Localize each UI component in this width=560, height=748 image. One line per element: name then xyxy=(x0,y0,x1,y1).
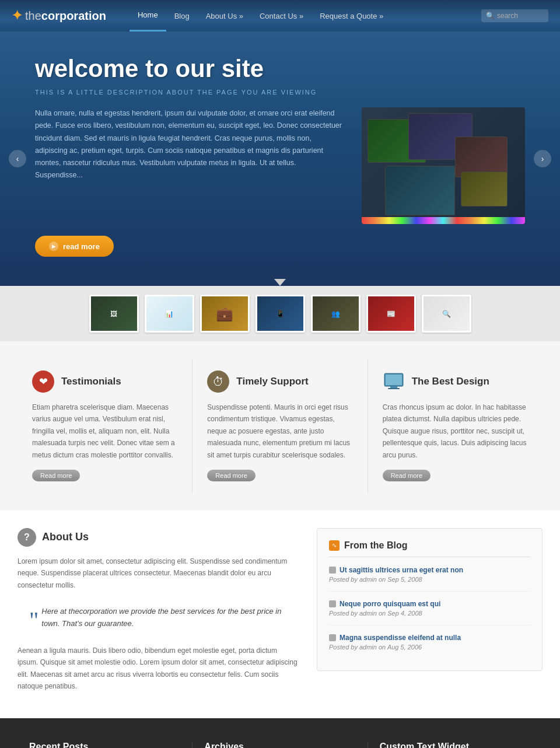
feature-testimonials-title: Testimonials xyxy=(61,376,121,387)
logo-text-corp: corporation xyxy=(41,9,106,23)
nav-about[interactable]: About Us » xyxy=(198,1,251,31)
blog-post-2: Neque porro quisquam est qui Posted by a… xyxy=(329,600,530,625)
thumb-inner-1: 🖼 xyxy=(91,296,137,331)
hero-title: welcome to our site xyxy=(35,55,525,83)
blog-post-1-meta: Posted by admin on Sep 5, 2008 xyxy=(329,576,530,583)
logo-text-the: the xyxy=(25,9,41,23)
about-us: ? About Us Lorem ipsum dolor sit amet, c… xyxy=(18,528,299,701)
nav-blog[interactable]: Blog xyxy=(166,1,198,31)
blog-post-1-title[interactable]: Ut sagittis ultrices urna eget erat non xyxy=(329,566,530,574)
footer-recent-title: Recent Posts xyxy=(29,742,180,748)
hero-section: ‹ welcome to our site This is a little d… xyxy=(0,32,560,286)
thumbnails-section: 🖼 📊 💼 📱 👥 📰 🔍 xyxy=(0,286,560,341)
thumb-inner-6: 📰 xyxy=(368,296,414,331)
search-box: 🔍 xyxy=(481,9,548,22)
blog-post-3-title[interactable]: Magna suspendisse eleifend at nulla xyxy=(329,634,530,642)
search-icon: 🔍 xyxy=(486,12,495,20)
thumbnail-3[interactable]: 💼 xyxy=(200,295,250,333)
blog-title: From the Blog xyxy=(344,540,407,551)
blog-header: ∿ From the Blog xyxy=(329,540,530,557)
feature-support: ⏱ Timely Support Suspendisse potenti. Ma… xyxy=(192,359,368,493)
hero-content: Nulla ornare, nulla et egestas hendrerit… xyxy=(35,107,525,224)
thumb-inner-5: 👥 xyxy=(313,296,359,331)
blog-post-2-meta: Posted by admin on Sep 4, 2008 xyxy=(329,610,530,617)
nav-contact[interactable]: Contact Us » xyxy=(251,1,312,31)
carousel-right-arrow[interactable]: › xyxy=(534,150,551,167)
feature-testimonials-text: Etiam pharetra scelerisque diam. Maecena… xyxy=(32,401,177,461)
top-nav: ✦ thecorporation Home Blog About Us » Co… xyxy=(0,0,560,32)
blog-post-3-meta: Posted by admin on Aug 5, 2006 xyxy=(329,644,530,651)
read-more-label: read more xyxy=(63,242,100,251)
monitor-icon xyxy=(383,370,405,393)
about-title: About Us xyxy=(42,531,89,543)
footer-archives: Archives 📅September 2008 📅August 2008 📅J… xyxy=(192,742,368,748)
rss-icon: ∿ xyxy=(329,540,340,551)
read-more-button[interactable]: ▶ read more xyxy=(35,236,114,257)
about-text2: Aenean a ligula mauris. Duis libero odio… xyxy=(18,645,299,693)
about-text1: Lorem ipsum dolor sit amet, consectetur … xyxy=(18,555,299,591)
hero-image xyxy=(362,107,525,224)
footer: Recent Posts Ut sagittis ultrices urna e… xyxy=(0,718,560,748)
svg-rect-3 xyxy=(388,388,400,389)
feature-support-text: Suspendisse potenti. Mauris in orci eget… xyxy=(207,401,352,461)
hero-subtitle: This is a little description about the p… xyxy=(35,89,525,96)
feature-design-text: Cras rhoncus ipsum ac dolor. In hac habi… xyxy=(383,401,528,461)
feature-testimonials: ❤ Testimonials Etiam pharetra scelerisqu… xyxy=(18,359,192,493)
carousel-left-arrow[interactable]: ‹ xyxy=(9,150,26,167)
svg-rect-1 xyxy=(386,375,402,385)
thumbnail-1[interactable]: 🖼 xyxy=(89,295,139,333)
features-section: ❤ Testimonials Etiam pharetra scelerisqu… xyxy=(0,341,560,511)
question-icon: ? xyxy=(18,528,36,547)
footer-widget-title: Custom Text Widget xyxy=(380,742,531,748)
thumbnail-4[interactable]: 📱 xyxy=(256,295,305,333)
post-icon-1 xyxy=(329,567,336,574)
hero-indicator xyxy=(274,279,286,286)
nav-quote[interactable]: Request a Quote » xyxy=(312,1,391,31)
blog-sidebar: ∿ From the Blog Ut sagittis ultrices urn… xyxy=(317,528,542,671)
header: ✦ thecorporation Home Blog About Us » Co… xyxy=(0,0,560,32)
blog-post-3: Magna suspendisse eleifend at nulla Post… xyxy=(329,634,530,659)
footer-recent-posts: Recent Posts Ut sagittis ultrices urna e… xyxy=(18,742,192,748)
search-input[interactable] xyxy=(497,12,544,20)
feature-support-title: Timely Support xyxy=(236,376,308,387)
thumb-inner-7: 🔍 xyxy=(424,296,470,331)
feature-design-title: The Best Design xyxy=(412,376,489,387)
clock-icon: ⏱ xyxy=(207,370,229,393)
feature-design-header: The Best Design xyxy=(383,370,528,393)
feature-testimonials-header: ❤ Testimonials xyxy=(32,370,177,393)
footer-archives-title: Archives xyxy=(204,742,355,748)
feature-support-header: ⏱ Timely Support xyxy=(207,370,352,393)
about-quote: " Here at thecorporation we provide the … xyxy=(18,600,299,636)
blog-post-1: Ut sagittis ultrices urna eget erat non … xyxy=(329,566,530,592)
quote-mark: " xyxy=(29,614,38,626)
support-read-more[interactable]: Read more xyxy=(207,470,255,481)
main-nav: Home Blog About Us » Contact Us » Reques… xyxy=(130,0,481,32)
blog-post-2-title[interactable]: Neque porro quisquam est qui xyxy=(329,600,530,608)
thumb-inner-2: 📊 xyxy=(146,296,192,331)
thumbnail-2[interactable]: 📊 xyxy=(145,295,194,333)
thumbnail-6[interactable]: 📰 xyxy=(366,295,416,333)
screen-4 xyxy=(385,166,455,215)
thumb-inner-3: 💼 xyxy=(202,296,248,331)
heart-icon: ❤ xyxy=(32,370,54,393)
feature-design: The Best Design Cras rhoncus ipsum ac do… xyxy=(368,359,542,493)
design-read-more[interactable]: Read more xyxy=(383,470,430,481)
footer-columns: Recent Posts Ut sagittis ultrices urna e… xyxy=(18,742,542,748)
footer-widget: Custom Text Widget Sed tempor lectus in … xyxy=(368,742,542,748)
thumbnail-7[interactable]: 🔍 xyxy=(422,295,471,333)
post-icon-2 xyxy=(329,600,336,607)
logo[interactable]: ✦ thecorporation xyxy=(12,8,106,23)
quote-text: Here at thecorporation we provide the be… xyxy=(41,607,281,628)
hero-body: Nulla ornare, nulla et egestas hendrerit… xyxy=(35,107,344,182)
nav-home[interactable]: Home xyxy=(130,0,166,32)
thumb-inner-4: 📱 xyxy=(257,296,303,331)
about-blog-section: ? About Us Lorem ipsum dolor sit amet, c… xyxy=(0,511,560,718)
about-header: ? About Us xyxy=(18,528,299,547)
thumbnail-5[interactable]: 👥 xyxy=(311,295,360,333)
color-strip xyxy=(362,217,525,224)
testimonials-read-more[interactable]: Read more xyxy=(32,470,80,481)
screen-5 xyxy=(461,172,508,207)
svg-rect-2 xyxy=(390,386,397,388)
logo-star: ✦ xyxy=(12,8,22,23)
hero-screens xyxy=(362,107,525,224)
